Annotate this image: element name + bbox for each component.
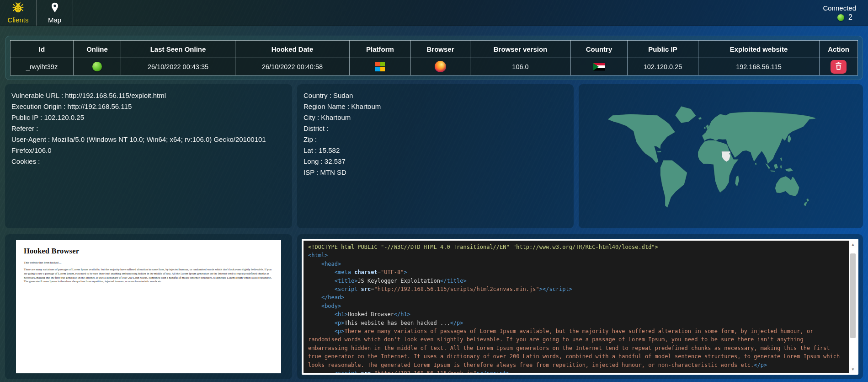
col-header-online: Online <box>74 41 121 58</box>
bottom-row: Hooked Browser This website has been hac… <box>5 234 863 379</box>
connected-label: Connected <box>823 4 856 12</box>
connected-count: 2 <box>848 13 852 22</box>
request-info-panel: Vulnerable URL : http://192.168.56.115/e… <box>5 84 292 228</box>
tab-map[interactable]: Map <box>37 0 73 26</box>
connected-status: Connected 2 <box>823 0 868 26</box>
top-navbar: Clients Map Connected 2 <box>0 0 868 26</box>
code-line: <p>There are many variations of passages… <box>308 327 845 369</box>
client-exploited-website-cell: 192.168.56.115 <box>698 58 820 75</box>
code-line: <!DOCTYPE html PUBLIC "-//W3C//DTD HTML … <box>308 243 845 251</box>
code-scrollbar[interactable]: ▲ ▼ <box>849 241 857 373</box>
tab-clients-label: Clients <box>8 16 29 24</box>
client-last-seen-cell: 26/10/2022 00:43:35 <box>121 58 235 75</box>
col-header-action: Action <box>820 41 858 58</box>
browser-preview-panel: Hooked Browser This website has been hac… <box>5 234 292 379</box>
sudan-flag-icon <box>593 63 605 70</box>
code-line: <h1>Hooked Browser</h1> <box>308 310 845 318</box>
clients-table: Id Online Last Seen Online Hooked Date P… <box>10 40 858 75</box>
info-line: Lat : 15.582 <box>304 145 567 156</box>
preview-title: Hooked Browser <box>24 247 273 256</box>
info-line: Country : Sudan <box>304 90 567 101</box>
info-line: User-Agent : Mozilla/5.0 (Windows NT 10.… <box>11 134 286 145</box>
client-row[interactable]: _rwyiht39z 26/10/2022 00:43:35 26/10/202… <box>11 58 858 75</box>
tab-map-label: Map <box>48 16 61 24</box>
client-browser-version-cell: 106.0 <box>470 58 571 75</box>
main-content: Id Online Last Seen Online Hooked Date P… <box>0 36 868 379</box>
col-header-exploited-website: Exploited website <box>698 41 820 58</box>
windows-icon <box>375 62 385 72</box>
scrollbar-track[interactable] <box>850 248 856 366</box>
source-code-panel: <!DOCTYPE html PUBLIC "-//W3C//DTD HTML … <box>297 234 863 379</box>
client-action-cell <box>820 58 858 75</box>
tab-clients[interactable]: Clients <box>0 0 37 26</box>
details-row: Vulnerable URL : http://192.168.56.115/e… <box>5 84 863 228</box>
code-line: <script src="http://192.168.56.115/hook.… <box>308 369 845 373</box>
world-map-panel <box>579 84 863 228</box>
info-line: Long : 32.537 <box>304 156 567 167</box>
trash-icon <box>835 62 842 71</box>
client-id-cell: _rwyiht39z <box>11 58 74 75</box>
preview-paragraph: There are many variations of passages of… <box>24 268 273 284</box>
col-header-id: Id <box>11 41 74 58</box>
code-line: </head> <box>308 293 845 301</box>
code-line: <p>This website has been hacked ...</p> <box>308 319 845 327</box>
col-header-hooked-date: Hooked Date <box>235 41 350 58</box>
code-line: <meta charset="UTF-8"> <box>308 268 845 276</box>
client-platform-cell <box>350 58 411 75</box>
code-line: <title>JS Keylogger Exploitation</title> <box>308 277 845 285</box>
delete-client-button[interactable] <box>831 60 847 74</box>
bug-icon <box>12 2 24 15</box>
scrollbar-thumb[interactable] <box>850 253 856 338</box>
client-country-cell <box>571 58 628 75</box>
code-line: <html> <box>308 251 845 259</box>
info-line: Vulnerable URL : http://192.168.56.115/e… <box>11 90 286 101</box>
clients-table-card: Id Online Last Seen Online Hooked Date P… <box>5 36 863 80</box>
client-browser-cell <box>411 58 470 75</box>
table-header-row: Id Online Last Seen Online Hooked Date P… <box>11 41 858 58</box>
navbar-spacer <box>73 0 823 26</box>
col-header-browser: Browser <box>411 41 470 58</box>
client-hooked-date-cell: 26/10/2022 00:40:58 <box>235 58 350 75</box>
online-status-icon <box>92 62 102 71</box>
client-public-ip-cell: 102.120.0.25 <box>628 58 698 75</box>
info-line: Referer : <box>11 123 286 134</box>
firefox-icon <box>435 61 446 72</box>
info-line: Firefox/106.0 <box>11 145 286 156</box>
col-header-country: Country <box>571 41 628 58</box>
connected-indicator-icon <box>837 14 844 21</box>
preview-subtitle: This website has been hacked ... <box>24 261 273 264</box>
info-line: Execution Origin : http://192.168.56.115 <box>11 101 286 112</box>
code-frame: <!DOCTYPE html PUBLIC "-//W3C//DTD HTML … <box>302 239 858 375</box>
info-line: Zip : <box>304 134 567 145</box>
scroll-down-icon[interactable]: ▼ <box>849 366 857 373</box>
code-line: <body> <box>308 302 845 310</box>
hooked-page-screenshot: Hooked Browser This website has been hac… <box>16 240 281 373</box>
info-line: District : <box>304 123 567 134</box>
info-line: City : Khartoum <box>304 112 567 123</box>
col-header-browser-version: Browser version <box>470 41 571 58</box>
code-line: <head> <box>308 260 845 268</box>
scroll-up-icon[interactable]: ▲ <box>849 241 857 248</box>
col-header-platform: Platform <box>350 41 411 58</box>
info-line: Cookies : <box>11 156 286 167</box>
world-map <box>601 95 815 221</box>
geo-info-panel: Country : SudanRegion Name : KhartoumCit… <box>297 84 574 228</box>
map-pin-icon <box>50 2 59 15</box>
info-line: Public IP : 102.120.0.25 <box>11 112 286 123</box>
code-editor[interactable]: <!DOCTYPE html PUBLIC "-//W3C//DTD HTML … <box>304 241 849 373</box>
client-online-cell <box>74 58 121 75</box>
info-line: Region Name : Khartoum <box>304 101 567 112</box>
info-line: ISP : MTN SD <box>304 167 567 178</box>
col-header-public-ip: Public IP <box>628 41 698 58</box>
code-line: <script src="http://192.168.56.115/scrip… <box>308 285 845 293</box>
col-header-last-seen: Last Seen Online <box>121 41 235 58</box>
